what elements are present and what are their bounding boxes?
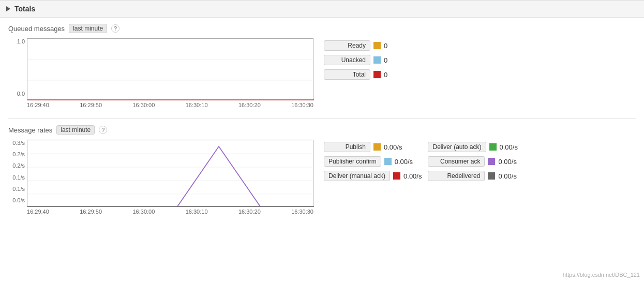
y-rate-2: 0.1/s (12, 186, 25, 192)
legend-redelivered-value: 0.00/s (498, 172, 516, 180)
legend-publish: Publish 0.00/s (324, 142, 422, 152)
legend-total: Total 0 (324, 69, 394, 80)
legend-unacked-value: 0 (384, 56, 394, 64)
queued-messages-chart (27, 38, 313, 100)
x-rate-label-6: 16:30:30 (291, 209, 313, 215)
legend-deliver-auto-value: 0.00/s (500, 143, 518, 151)
y-rate-1: 0.0/s (12, 197, 25, 203)
collapse-icon (6, 6, 10, 11)
rates-legend-left: Publish 0.00/s Publisher confirm 0.00/s … (324, 142, 422, 181)
rates-legend-right: Deliver (auto ack) 0.00/s Consumer ack 0… (428, 142, 517, 181)
legend-total-label[interactable]: Total (324, 69, 370, 80)
legend-deliver-manual-color (393, 172, 400, 180)
legend-redelivered-label[interactable]: Redelivered (428, 171, 485, 181)
queued-messages-badge[interactable]: last minute (69, 24, 107, 33)
y-rate-4: 0.2/s (12, 162, 25, 169)
x-rate-label-4: 16:30:10 (186, 209, 208, 215)
legend-consumer-ack-color (488, 158, 495, 165)
x-label-4: 16:30:10 (186, 102, 208, 108)
x-rate-label-2: 16:29:50 (80, 209, 102, 215)
queued-messages-legend: Ready 0 Unacked 0 Total 0 (324, 40, 394, 80)
legend-publisher-confirm-label[interactable]: Publisher confirm (324, 156, 381, 167)
legend-total-value: 0 (384, 71, 394, 79)
message-rates-chart-row: 0.3/s 0.2/s 0.2/s 0.1/s 0.1/s 0.0/s (8, 140, 636, 215)
legend-unacked-label[interactable]: Unacked (324, 55, 370, 65)
message-rates-badge[interactable]: last minute (56, 125, 95, 135)
message-rates-svg (27, 140, 314, 207)
message-rates-label: Message rates (8, 126, 52, 134)
legend-publish-value: 0.00/s (384, 143, 402, 151)
x-label-1: 16:29:40 (27, 102, 49, 108)
legend-redelivered-color (488, 172, 495, 180)
x-rate-label-3: 16:30:00 (132, 209, 155, 215)
x-rate-label-5: 16:30:20 (238, 209, 261, 215)
legend-publisher-confirm-color (384, 158, 392, 165)
section-divider (8, 118, 636, 119)
legend-redelivered: Redelivered 0.00/s (428, 171, 517, 181)
legend-ready-label[interactable]: Ready (324, 40, 370, 51)
legend-consumer-ack-label[interactable]: Consumer ack (428, 156, 485, 167)
section-title: Totals (14, 5, 35, 13)
legend-deliver-auto: Deliver (auto ack) 0.00/s (428, 142, 517, 152)
message-rates-legend: Publish 0.00/s Publisher confirm 0.00/s … (324, 142, 518, 181)
legend-ready-value: 0 (384, 42, 394, 50)
legend-deliver-manual-label[interactable]: Deliver (manual ack) (324, 171, 390, 181)
queued-messages-x-axis: 16:29:40 16:29:50 16:30:00 16:30:10 16:3… (27, 100, 313, 108)
queued-messages-title: Queued messages last minute ? (8, 24, 636, 33)
x-label-3: 16:30:00 (132, 102, 155, 108)
message-rates-chart-container: 0.3/s 0.2/s 0.2/s 0.1/s 0.1/s 0.0/s (8, 140, 313, 215)
legend-ready: Ready 0 (324, 40, 394, 51)
queued-messages-y-axis: 1.0 0.0 (8, 38, 25, 97)
message-rates-help[interactable]: ? (99, 126, 107, 134)
y-rate-5: 0.2/s (12, 151, 25, 157)
y-rate-6: 0.3/s (12, 140, 25, 146)
queued-messages-label: Queued messages (8, 25, 65, 33)
message-rates-x-axis: 16:29:40 16:29:50 16:30:00 16:30:10 16:3… (27, 207, 313, 215)
message-rates-chart (27, 140, 313, 207)
queued-messages-chart-row: 1.0 0.0 16:29:40 16:29:50 16:30:00 16:30… (8, 38, 636, 108)
legend-deliver-manual-value: 0.00/s (403, 172, 422, 180)
legend-publish-color (373, 143, 381, 151)
legend-deliver-auto-label[interactable]: Deliver (auto ack) (428, 142, 486, 152)
legend-consumer-ack: Consumer ack 0.00/s (428, 156, 517, 167)
x-label-5: 16:30:20 (238, 102, 261, 108)
totals-section-header[interactable]: Totals (0, 0, 644, 18)
queued-messages-help[interactable]: ? (111, 24, 119, 33)
legend-unacked: Unacked 0 (324, 55, 394, 65)
y-label-top: 1.0 (17, 38, 25, 44)
legend-publish-label[interactable]: Publish (324, 142, 370, 152)
x-label-6: 16:30:30 (291, 102, 313, 108)
legend-total-color (373, 71, 381, 78)
x-rate-label-1: 16:29:40 (27, 209, 49, 215)
legend-ready-color (373, 42, 381, 49)
legend-deliver-manual: Deliver (manual ack) 0.00/s (324, 171, 422, 181)
y-label-bottom: 0.0 (17, 91, 25, 97)
queued-messages-chart-container: 1.0 0.0 16:29:40 16:29:50 16:30:00 16:30… (8, 38, 313, 108)
x-label-2: 16:29:50 (80, 102, 102, 108)
legend-consumer-ack-value: 0.00/s (498, 158, 516, 166)
legend-deliver-auto-color (489, 143, 497, 151)
legend-publisher-confirm-value: 0.00/s (395, 158, 413, 166)
queued-messages-section: Queued messages last minute ? 1.0 0.0 (0, 18, 644, 215)
legend-unacked-color (373, 56, 381, 64)
y-rate-3: 0.1/s (12, 174, 25, 181)
message-rates-title-row: Message rates last minute ? (8, 125, 636, 135)
queued-messages-svg (27, 39, 314, 101)
message-rates-y-axis: 0.3/s 0.2/s 0.2/s 0.1/s 0.1/s 0.0/s (8, 140, 25, 203)
legend-publisher-confirm: Publisher confirm 0.00/s (324, 156, 422, 167)
